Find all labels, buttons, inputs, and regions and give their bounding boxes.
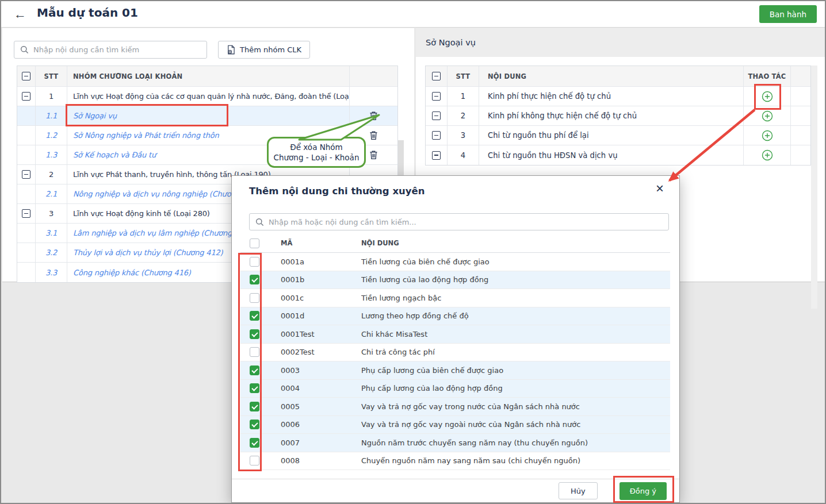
row-checkbox[interactable] — [250, 456, 259, 465]
document-plus-icon — [227, 45, 235, 55]
col-header-code: MÃ — [268, 239, 361, 247]
row-code: 0007 — [268, 438, 361, 447]
modal-search-input[interactable] — [269, 218, 663, 226]
table-row[interactable]: 1 Kinh phí thực hiện chế độ tự chủ — [426, 87, 810, 106]
modal-table-row[interactable]: 0008 Chuyển nguồn năm nay sang năm sau (… — [240, 452, 670, 471]
row-checkbox[interactable] — [250, 402, 259, 411]
row-checkbox[interactable] — [250, 329, 259, 339]
row-content: Vay và trả nợ gốc vay ngoài nước của Ngâ… — [361, 420, 670, 429]
top-header: ← Mẫu dự toán 01 Ban hành — [1, 1, 825, 28]
search-icon — [20, 45, 29, 54]
back-arrow-icon[interactable]: ← — [12, 6, 29, 23]
row-checkbox[interactable] — [250, 347, 259, 357]
add-plus-icon[interactable] — [762, 130, 773, 141]
row-checkbox[interactable] — [250, 366, 259, 375]
collapse-row-checkbox[interactable] — [432, 111, 441, 120]
collapse-all-checkbox[interactable] — [22, 72, 30, 80]
row-group-name[interactable]: Sở Ngoại vụ — [67, 106, 350, 125]
delete-icon[interactable] — [369, 130, 378, 140]
left-table-header: STT NHÓM CHƯƠNG LOẠI KHOẢN — [17, 66, 397, 87]
collapse-all-checkbox[interactable] — [432, 72, 441, 80]
modal-table-row[interactable]: 0005 Vay và trả nợ gốc vay trong nước củ… — [240, 398, 670, 416]
row-content: Chuyển nguồn năm nay sang năm sau (chi c… — [361, 456, 670, 465]
row-stt: 3.3 — [36, 263, 67, 282]
delete-icon[interactable] — [369, 111, 378, 121]
modal-table-row[interactable]: 0001d Lương theo hợp đồng chế độ — [240, 307, 670, 326]
col-header-action: THAO TÁC — [744, 66, 791, 86]
search-input[interactable] — [33, 45, 201, 54]
modal-table-row[interactable]: 0001Test Chi khác MisaTest — [240, 325, 670, 344]
col-header-content: NỘI DUNG — [361, 239, 670, 247]
row-content: Chi từ nguồn thu HĐSN và dịch vụ — [479, 145, 744, 165]
row-checkbox[interactable] — [250, 257, 259, 267]
right-panel-title: Sở Ngoại vụ — [416, 28, 826, 57]
row-code: 0001d — [268, 311, 361, 320]
row-code: 0004 — [268, 384, 361, 393]
modal-table-row[interactable]: 0007 Nguồn năm trước chuyển sang năm nay… — [240, 434, 670, 452]
row-stt: 1.2 — [36, 126, 67, 145]
row-content: Phụ cấp lương của biên chế được giao — [361, 366, 670, 375]
modal-table-row[interactable]: 0003 Phụ cấp lương của biên chế được gia… — [240, 361, 670, 380]
add-plus-icon[interactable] — [762, 149, 773, 161]
cancel-button[interactable]: Hủy — [559, 482, 598, 499]
add-content-modal: Thêm nội dung chi thường xuyên × MÃ NỘI … — [231, 175, 680, 503]
row-checkbox[interactable] — [250, 383, 259, 393]
row-stt: 2 — [36, 165, 67, 184]
row-stt: 1 — [448, 87, 479, 106]
right-table-header: STT NỘI DUNG THAO TÁC — [426, 66, 810, 87]
table-row[interactable]: 1.1 Sở Ngoại vụ — [17, 106, 397, 126]
modal-table-row[interactable]: 0002Test Chi trả công tác phí — [240, 344, 670, 362]
table-row[interactable]: 2 Kinh phí không thực hiện chế độ tự chủ — [426, 106, 810, 126]
collapse-row-checkbox[interactable] — [432, 92, 441, 101]
row-checkbox[interactable] — [250, 420, 259, 429]
row-code: 0001Test — [268, 330, 361, 338]
col-header-extra — [791, 66, 810, 86]
collapse-row-checkbox[interactable] — [432, 131, 441, 140]
collapse-row-checkbox[interactable] — [432, 151, 441, 160]
modal-table-row[interactable]: 0001c Tiền lương ngạch bậc — [240, 289, 670, 307]
row-group-name[interactable]: Lĩnh vực Hoạt động của các cơ quan quản … — [67, 87, 350, 106]
row-checkbox[interactable] — [250, 438, 259, 448]
row-content: Tiền lương của lao động hợp đồng — [361, 275, 670, 284]
modal-table-row[interactable]: 0004 Phụ cấp lương của lao động hợp đồng — [240, 380, 670, 398]
right-table-scrollbar[interactable] — [811, 66, 817, 309]
select-all-checkbox[interactable] — [250, 238, 259, 248]
row-checkbox[interactable] — [250, 311, 259, 321]
row-stt: 3 — [36, 204, 67, 223]
table-row[interactable]: 4 Chi từ nguồn thu HĐSN và dịch vụ — [426, 145, 810, 165]
callout-line1: Để xóa Nhóm — [290, 142, 343, 152]
confirm-button[interactable]: Đồng ý — [620, 482, 667, 500]
collapse-row-checkbox[interactable] — [22, 92, 30, 101]
col-header-stt: STT — [36, 66, 67, 86]
add-plus-icon[interactable] — [762, 91, 773, 102]
row-checkbox[interactable] — [250, 293, 259, 303]
modal-table-row[interactable]: 0001a Tiền lương của biên chế được giao — [240, 253, 670, 271]
modal-table-row[interactable]: 0001b Tiền lương của lao động hợp đồng — [240, 271, 670, 290]
row-content: Chi từ nguồn thu phí để lại — [479, 126, 744, 145]
delete-icon[interactable] — [369, 150, 378, 160]
col-header-content: NỘI DUNG — [479, 66, 744, 86]
row-code: 0001b — [268, 275, 361, 284]
row-content: Phụ cấp lương của lao động hợp đồng — [361, 384, 670, 393]
row-checkbox[interactable] — [250, 275, 259, 284]
close-icon[interactable]: × — [652, 180, 668, 197]
row-stt: 3.2 — [36, 243, 67, 262]
row-content: Chi trả công tác phí — [361, 348, 670, 356]
row-code: 0001a — [268, 257, 361, 266]
add-plus-icon[interactable] — [762, 110, 773, 122]
table-row[interactable]: 1 Lĩnh vực Hoạt động của các cơ quan quả… — [17, 87, 397, 106]
callout-line2: Chương - Loại - Khoản — [274, 152, 360, 163]
modal-table-header: MÃ NỘI DUNG — [240, 234, 670, 253]
collapse-row-checkbox[interactable] — [22, 209, 30, 218]
modal-title: Thêm nội dung chi thường xuyên — [249, 186, 425, 197]
content-table: STT NỘI DUNG THAO TÁC 1 Kinh phí thực hi… — [425, 66, 811, 166]
collapse-row-checkbox[interactable] — [22, 170, 30, 179]
row-stt: 2.1 — [36, 184, 67, 203]
table-row[interactable]: 3 Chi từ nguồn thu phí để lại — [426, 126, 810, 145]
modal-table-row[interactable]: 0006 Vay và trả nợ gốc vay ngoài nước củ… — [240, 416, 670, 434]
add-clk-group-button[interactable]: Thêm nhóm CLK — [218, 41, 310, 59]
row-stt: 1.1 — [36, 106, 67, 125]
row-stt: 2 — [448, 106, 479, 125]
row-content: Vay và trả nợ gốc vay trong nước của Ngâ… — [361, 402, 670, 411]
publish-button[interactable]: Ban hành — [759, 5, 817, 23]
